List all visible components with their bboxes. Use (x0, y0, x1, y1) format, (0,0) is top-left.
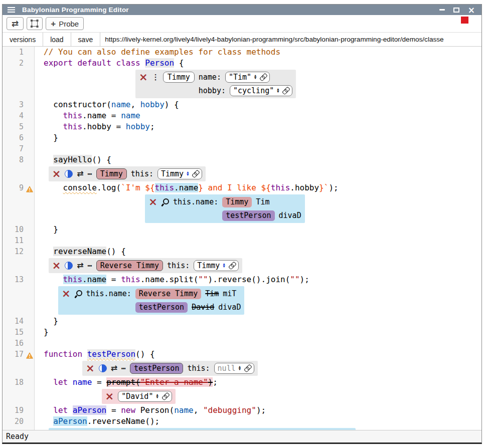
more-options-icon[interactable]: ⋯ (88, 264, 92, 268)
value-text: "David" (121, 392, 153, 401)
example-widget[interactable]: ×⋮Timmyname:"Tim"▲▼hobby:"cycling"▲▼ (135, 70, 296, 98)
more-options-icon[interactable]: ⋯ (121, 366, 126, 370)
maximize-button[interactable] (453, 8, 459, 13)
gutter: 6 (3, 132, 35, 143)
delete-button[interactable]: × (52, 170, 61, 177)
replacement-widget[interactable]: ×"David"▲▼ (102, 389, 176, 404)
more-options-icon[interactable]: ⋯ (88, 172, 92, 176)
swap-arrows-button[interactable]: ⇄ (7, 17, 24, 30)
versions-button[interactable]: versions (3, 33, 43, 46)
code-content: let name = prompt("Enter a name"); (35, 377, 218, 388)
save-button[interactable]: save (71, 33, 101, 46)
gutter: 5 (3, 121, 35, 132)
gutter: 10 (3, 224, 35, 235)
probe-widget[interactable]: ×this.name:TimmyTimtestPersondivaD (145, 194, 304, 223)
example-badge[interactable]: testPerson (130, 363, 183, 374)
widget-body-cell: TimmyTim (222, 196, 301, 208)
close-button[interactable]: × (468, 8, 475, 13)
example-badge[interactable]: testPerson (222, 210, 274, 221)
hamburger-menu-icon[interactable] (8, 7, 15, 8)
example-badge[interactable]: Reverse Timmy (135, 289, 201, 299)
spinner-icon[interactable]: ▲▼ (254, 75, 256, 80)
value-text: "cycling" (233, 86, 274, 95)
code-token: sayHello (53, 155, 92, 164)
value-stepper-button[interactable]: Timmy▲▼ (157, 168, 202, 179)
toggle-icon[interactable] (99, 364, 107, 372)
code-token: aPerson (53, 416, 87, 426)
toggle-icon[interactable] (65, 170, 73, 178)
link-icon[interactable] (227, 261, 237, 271)
value-stepper-button[interactable]: "cycling"▲▼ (230, 85, 293, 96)
spinner-icon[interactable]: ▲▼ (156, 394, 158, 399)
code-line: 20 aPerson.reverseName(); (3, 416, 481, 427)
gutter: 7 (3, 143, 35, 154)
widget-body-cell: this:Timmy▲▼ (131, 168, 203, 180)
link-icon[interactable] (258, 72, 268, 82)
value-stepper-button[interactable]: Timmy▲▼ (194, 260, 238, 271)
toggle-icon[interactable] (65, 262, 73, 270)
code-content: } (35, 132, 58, 143)
delete-button[interactable]: × (52, 262, 61, 269)
spinner-icon[interactable]: ▲▼ (187, 171, 189, 177)
probe-widget[interactable]: ×aPerson:testPerson{name:DaviddivaD, hob… (49, 428, 356, 430)
value-stepper-button[interactable]: "David"▲▼ (118, 391, 172, 402)
spinner-icon[interactable]: ▲▼ (223, 263, 225, 269)
code-line: 12 reverseName() { (3, 246, 481, 257)
add-probe-button[interactable]: + Probe (46, 17, 84, 30)
example-badge[interactable]: Reverse Timmy (96, 260, 163, 271)
editor[interactable]: 1// You can also define examples for cla… (3, 47, 481, 430)
value-text: Timmy (161, 169, 184, 178)
code-content: // You can also define examples for clas… (35, 47, 280, 58)
example-badge[interactable]: Timmy (222, 197, 252, 207)
code-token: } and I like ${ (198, 183, 271, 192)
drag-handle-icon[interactable]: ⋮ (152, 73, 159, 82)
delete-button[interactable]: × (62, 290, 71, 297)
link-icon[interactable] (160, 391, 170, 401)
delete-button[interactable]: × (105, 393, 114, 400)
swap-icon[interactable]: ⇄ (77, 170, 83, 178)
spinner-icon[interactable]: ▲▼ (239, 366, 241, 371)
example-widget[interactable]: ×⇄⋯testPersonthis:null▲▼ (82, 361, 258, 376)
gutter: 17 (3, 349, 35, 360)
value-stepper-button[interactable]: "Tim"▲▼ (225, 72, 270, 83)
value-stepper-button[interactable]: null▲▼ (214, 363, 254, 374)
delete-button[interactable]: × (139, 74, 148, 81)
code-token: .name.split( (140, 275, 199, 284)
example-badge[interactable]: Timmy (96, 168, 127, 179)
delete-button[interactable]: × (148, 198, 157, 205)
link-icon[interactable] (242, 363, 252, 373)
widget-body-cell: testPersonDaviddivaD (135, 301, 241, 313)
gutter: 4 (3, 110, 35, 121)
code-token: ); (300, 275, 309, 284)
link-icon[interactable] (190, 169, 200, 179)
frame-select-button[interactable] (27, 17, 43, 30)
param-label: this.name: (173, 197, 218, 206)
minimize-button[interactable] (439, 9, 445, 11)
line-number: 18 (15, 378, 24, 387)
spinner-icon[interactable]: ▲▼ (277, 88, 279, 94)
line-number: 1 (19, 48, 24, 57)
warning-icon (26, 351, 33, 361)
load-button[interactable]: load (43, 33, 71, 46)
example-badge[interactable]: testPerson (135, 302, 188, 313)
code-token (44, 183, 63, 192)
widget-body-cell: this:null▲▼ (187, 362, 254, 374)
swap-icon[interactable]: ⇄ (111, 364, 117, 372)
example-widget[interactable]: ×⇄⋯Timmythis:Timmy▲▼ (49, 166, 206, 181)
code-content: export default class Person { (35, 58, 184, 69)
probe-widget[interactable]: ×this.name:Reverse TimmyTimmiTtestPerson… (58, 286, 245, 315)
delete-button[interactable]: × (86, 365, 95, 372)
swap-icon[interactable]: ⇄ (77, 262, 83, 270)
link-icon[interactable] (281, 86, 291, 96)
widget-body-cell: name:"Tim"▲▼ (199, 71, 293, 83)
code-content (35, 143, 44, 154)
url-input[interactable]: https://lively-kernel.org/lively4/lively… (100, 33, 481, 46)
gutter: 13 (3, 274, 35, 285)
code-line: 16 (3, 338, 481, 349)
code-token: this (63, 122, 83, 131)
code-content: } (35, 224, 58, 235)
code-token: .name = (82, 111, 121, 120)
line-number: 3 (19, 100, 24, 109)
example-widget[interactable]: ×⇄⋯Reverse Timmythis:Timmy▲▼ (49, 258, 242, 273)
example-name-button[interactable]: Timmy (163, 72, 195, 83)
